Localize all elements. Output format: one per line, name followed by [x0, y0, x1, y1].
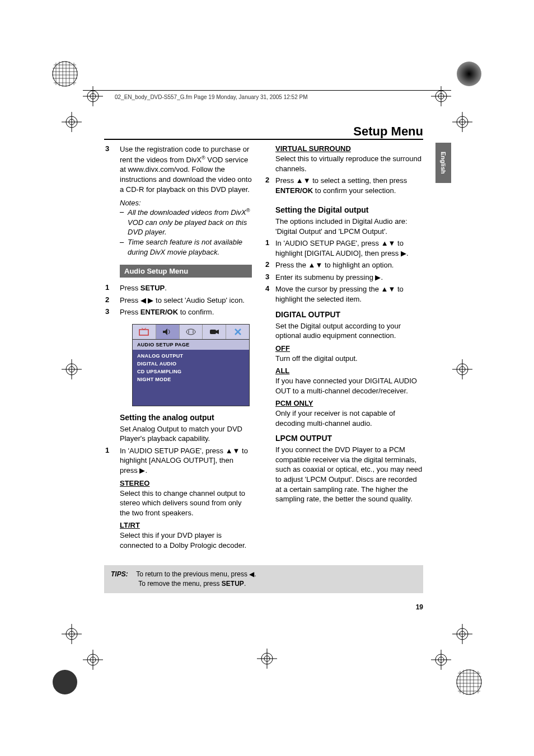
- step-text: Press the ▲▼ to highlight an option.: [275, 260, 423, 270]
- left-column: 3 Use the registration code to purchase …: [104, 144, 252, 552]
- body-text: Set Analog Output to match your DVD Play…: [120, 424, 252, 444]
- registration-pattern-icon: [456, 669, 483, 696]
- step-number: 2: [104, 295, 120, 306]
- step-text: In 'AUDIO SETUP PAGE', press ▲▼ to highl…: [120, 446, 252, 476]
- option-digital-output: DIGITAL OUTPUT: [275, 310, 423, 319]
- step-text: In 'AUDIO SETUP PAGE', press ▲▼ to highl…: [275, 238, 423, 258]
- tips-box: TIPS: To return to the previous menu, pr…: [104, 565, 423, 593]
- step-number: 3: [265, 273, 275, 283]
- body-text: Select this if your DVD player is connec…: [120, 530, 252, 550]
- crosshair-icon: [83, 650, 103, 670]
- step-number: 1: [104, 283, 120, 293]
- step-text: Press ENTER/OK to confirm.: [120, 307, 252, 317]
- right-column: VIRTUAL SURROUND Select this to virtuall…: [265, 144, 423, 552]
- crosshair-icon: [62, 624, 82, 644]
- svg-point-15: [457, 670, 481, 694]
- body-text: The options included in Digital Audio ar…: [275, 217, 423, 236]
- step-text: Press ▲▼ to select a setting, then press…: [275, 176, 423, 195]
- tv-icon: [133, 325, 156, 339]
- svg-rect-72: [139, 330, 148, 335]
- step-text: Press SETUP.: [120, 283, 252, 293]
- svg-point-14: [53, 670, 77, 694]
- step-number: 2: [265, 176, 275, 195]
- notes-heading: Notes:: [120, 199, 252, 207]
- body-text: Turn off the digital output.: [275, 354, 423, 364]
- option-stereo: STEREO: [120, 479, 252, 487]
- body-text: Only if your receiver is not capable of …: [275, 408, 423, 428]
- title-rule: [104, 139, 423, 140]
- body-text: Select this to virtually reproduce the s…: [275, 154, 423, 173]
- language-tab: English: [435, 143, 451, 183]
- step-number: 1: [104, 446, 120, 476]
- osd-item: ANALOG OUTPUT: [133, 352, 249, 360]
- crosshair-icon: [83, 86, 103, 106]
- body-text: If you have connected your DIGITAL AUDIO…: [275, 376, 423, 396]
- option-all: ALL: [275, 367, 423, 375]
- note-item: – Time search feature is not available d…: [120, 237, 252, 257]
- step-number: 3: [104, 307, 120, 317]
- osd-title: AUDIO SETUP PAGE: [133, 340, 249, 350]
- header-rule: [83, 90, 451, 91]
- note-item: – All the downloaded videos from DivX® V…: [120, 207, 252, 237]
- crosshair-icon: [257, 649, 277, 669]
- crosshair-icon: [62, 112, 82, 132]
- crosshair-icon: [431, 86, 451, 106]
- svg-point-0: [53, 62, 77, 86]
- option-pcm-only: PCM ONLY: [275, 399, 423, 407]
- close-icon: [226, 325, 249, 339]
- step-number: 1: [265, 238, 275, 258]
- step-number: 3: [104, 144, 120, 194]
- video-icon: [203, 325, 226, 339]
- step-text: Use the registration code to purchase or…: [120, 144, 252, 194]
- subheading-analog: Setting the analog output: [120, 413, 252, 422]
- crosshair-icon: [452, 624, 472, 644]
- body-text: Select this to change channel output to …: [120, 489, 252, 518]
- registration-pattern-icon: [456, 60, 483, 87]
- svg-rect-76: [210, 330, 216, 334]
- page-title: Setup Menu: [353, 124, 423, 139]
- option-off: OFF: [275, 344, 423, 353]
- svg-point-13: [457, 62, 481, 86]
- step-text: Move the cursor by pressing the ▲▼ to hi…: [275, 284, 423, 304]
- registration-pattern-icon: [51, 60, 78, 87]
- speaker-icon: [156, 325, 180, 339]
- crosshair-icon: [452, 112, 472, 132]
- step-number: 4: [265, 284, 275, 304]
- body-text: Set the Digital output according to your…: [275, 321, 423, 341]
- section-bar-audio: Audio Setup Menu: [120, 265, 252, 278]
- page-number: 19: [416, 603, 423, 611]
- step-text: Enter its submenu by pressing ▶.: [275, 273, 423, 283]
- option-ltrt: LT/RT: [120, 521, 252, 529]
- step-number: 2: [265, 260, 275, 270]
- osd-menu-screenshot: AUDIO SETUP PAGE ANALOG OUTPUT DIGITAL A…: [132, 324, 250, 406]
- crosshair-icon: [452, 359, 472, 379]
- registration-pattern-icon: [51, 669, 78, 696]
- option-virtual-surround: VIRTUAL SURROUND: [275, 144, 423, 153]
- osd-item: DIGITAL AUDIO: [133, 360, 249, 368]
- tips-label: TIPS:: [111, 570, 134, 579]
- crosshair-icon: [431, 650, 451, 670]
- option-lpcm-output: LPCM OUTPUT: [275, 434, 423, 443]
- subheading-digital: Setting the Digital output: [275, 205, 423, 214]
- header-file-info: 02_EN_body_DVD-S557_G.fm Page 19 Monday,…: [115, 94, 307, 100]
- body-text: If you connect the DVD Player to a PCM c…: [275, 445, 423, 504]
- osd-item: CD UPSAMPLING: [133, 368, 249, 375]
- dolby-icon: [180, 325, 203, 339]
- osd-item: NIGHT MODE: [133, 375, 249, 383]
- svg-point-75: [186, 329, 195, 335]
- crosshair-icon: [62, 359, 82, 379]
- step-text: Press ◀ ▶ to select 'Audio Setup' icon.: [120, 295, 252, 306]
